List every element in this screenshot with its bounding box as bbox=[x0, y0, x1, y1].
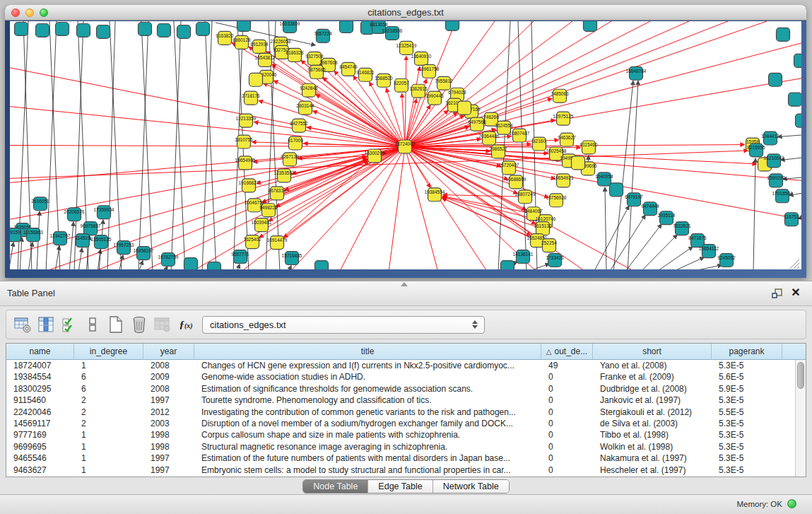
network-node[interactable]: 116753 bbox=[784, 213, 799, 226]
network-node[interactable]: 9242848 bbox=[300, 83, 318, 97]
network-node[interactable] bbox=[610, 183, 623, 197]
window-titlebar[interactable]: citations_edges.txt bbox=[5, 5, 806, 21]
network-node[interactable]: 817006 bbox=[288, 136, 303, 150]
network-node[interactable]: 16914479 bbox=[267, 236, 288, 250]
table-row[interactable]: 1872400712008Changes of HCN gene express… bbox=[6, 360, 806, 371]
network-node[interactable]: 9657771 bbox=[231, 250, 249, 264]
network-node[interactable]: 13640910 bbox=[411, 52, 432, 65]
network-node[interactable]: 16782759 bbox=[158, 253, 179, 267]
network-node[interactable]: 9498222 bbox=[259, 204, 278, 217]
network-node[interactable]: 90975887 bbox=[81, 222, 101, 235]
network-node[interactable] bbox=[158, 23, 171, 37]
column-header-title[interactable]: title bbox=[194, 344, 541, 359]
network-node[interactable]: 16039481 bbox=[252, 218, 272, 232]
column-header-year[interactable]: year bbox=[143, 344, 194, 359]
network-node[interactable]: 8215955 bbox=[747, 144, 765, 157]
network-node[interactable]: 1599297 bbox=[767, 174, 785, 187]
resize-grip-icon[interactable] bbox=[790, 259, 799, 269]
network-node[interactable]: 6479197 bbox=[625, 193, 643, 206]
network-node[interactable]: 12353593 bbox=[274, 169, 295, 182]
network-node[interactable] bbox=[249, 73, 263, 86]
table-row[interactable]: 977716911998Corpus callosum shape and si… bbox=[6, 429, 806, 440]
network-node[interactable]: 16961758 bbox=[419, 64, 440, 78]
select-columns-icon[interactable] bbox=[35, 314, 57, 335]
network-node[interactable]: 9875685 bbox=[307, 65, 326, 78]
network-node[interactable]: 8454749 bbox=[339, 62, 358, 76]
delete-table-icon[interactable] bbox=[129, 314, 150, 335]
network-node[interactable]: 7955812 bbox=[435, 76, 453, 90]
network-node[interactable]: 7485063 bbox=[551, 89, 569, 103]
network-node[interactable]: 9245052 bbox=[717, 254, 736, 267]
network-node[interactable]: 20206576 bbox=[64, 208, 85, 221]
network-node[interactable]: 8267130 bbox=[281, 153, 299, 166]
network-node[interactable]: 7986522 bbox=[489, 145, 507, 158]
network-node[interactable]: 8912934 bbox=[250, 40, 269, 53]
network-node[interactable]: 16033809 bbox=[280, 21, 300, 33]
network-node[interactable]: 8427552 bbox=[290, 119, 308, 132]
network-node[interactable]: 19756928 bbox=[546, 194, 567, 207]
network-node[interactable]: 16958107 bbox=[134, 247, 154, 260]
network-node[interactable]: 7632621 bbox=[673, 222, 691, 235]
network-node[interactable] bbox=[458, 101, 471, 115]
network-node[interactable]: 114519 bbox=[75, 234, 90, 247]
network-node[interactable] bbox=[794, 54, 802, 67]
network-node[interactable]: 2803144 bbox=[296, 101, 314, 115]
tab-edge-table[interactable]: Edge Table bbox=[368, 480, 433, 493]
network-node[interactable]: 2616051 bbox=[31, 197, 49, 211]
network-node[interactable] bbox=[769, 73, 782, 86]
table-settings-icon[interactable] bbox=[12, 314, 33, 335]
network-node[interactable]: 8678314 bbox=[268, 187, 286, 200]
network-node[interactable]: 7857224 bbox=[314, 29, 332, 42]
network-node[interactable]: 17957253 bbox=[114, 241, 134, 255]
network-node[interactable]: 11156863 bbox=[23, 228, 43, 242]
close-panel-icon[interactable]: ✕ bbox=[789, 286, 802, 300]
network-node[interactable]: 14136141 bbox=[513, 250, 534, 264]
network-node[interactable]: 1733426 bbox=[546, 254, 564, 267]
network-node[interactable] bbox=[184, 258, 198, 269]
network-node[interactable]: 8186328 bbox=[286, 48, 304, 62]
network-node[interactable] bbox=[56, 22, 69, 35]
network-node[interactable]: 1244412 bbox=[761, 132, 779, 145]
network-node[interactable]: 82160 bbox=[533, 137, 546, 151]
split-handle[interactable] bbox=[401, 282, 408, 286]
network-node[interactable]: 18807249 bbox=[515, 190, 536, 204]
network-node[interactable]: 2718176 bbox=[242, 91, 260, 105]
network-node[interactable]: 8860128 bbox=[233, 35, 251, 49]
network-node[interactable] bbox=[97, 25, 110, 38]
network-node[interactable] bbox=[315, 261, 329, 269]
network-node[interactable] bbox=[501, 261, 514, 269]
network-node[interactable]: 9115460 bbox=[580, 141, 598, 154]
network-node[interactable]: 2935114 bbox=[658, 211, 676, 225]
table-row[interactable]: 946362711997Embryonic stem cells: a mode… bbox=[6, 465, 806, 476]
network-node[interactable]: 39159 bbox=[10, 228, 21, 242]
table-scrollbar-thumb[interactable] bbox=[797, 362, 804, 389]
network-node[interactable] bbox=[196, 22, 210, 35]
network-node[interactable] bbox=[77, 23, 90, 37]
network-canvas[interactable]: 1872400791638228860128891293423226058932… bbox=[10, 21, 801, 269]
network-node[interactable] bbox=[572, 156, 585, 170]
network-node[interactable]: 19218506 bbox=[382, 26, 403, 40]
network-node[interactable]: 7625402 bbox=[243, 235, 261, 249]
network-node[interactable] bbox=[340, 21, 353, 33]
network-node[interactable]: 15720407 bbox=[499, 161, 519, 175]
column-header-short[interactable]: short bbox=[593, 344, 712, 359]
table-row[interactable]: 2242004622012Investigating the contribut… bbox=[6, 407, 806, 418]
network-node[interactable] bbox=[208, 262, 221, 269]
network-node[interactable] bbox=[237, 21, 251, 31]
network-node[interactable] bbox=[584, 21, 597, 31]
function-builder-icon[interactable]: ƒ(x) bbox=[175, 314, 196, 335]
network-node[interactable]: 9163822 bbox=[216, 31, 234, 45]
network-node[interactable]: 19384554 bbox=[425, 188, 445, 201]
network-node[interactable] bbox=[36, 23, 49, 37]
network-node[interactable] bbox=[796, 114, 802, 127]
network-node[interactable]: 19166827 bbox=[239, 179, 259, 192]
column-header-in_degree[interactable]: in_degree bbox=[74, 344, 143, 359]
network-node[interactable]: 9146821 bbox=[356, 68, 375, 81]
tab-node-table[interactable]: Node Table bbox=[303, 480, 368, 493]
network-node[interactable]: 9474444 bbox=[641, 202, 659, 216]
float-panel-icon[interactable] bbox=[771, 287, 784, 300]
network-node[interactable] bbox=[15, 22, 28, 35]
deselect-all-icon[interactable] bbox=[82, 314, 103, 335]
table-scrollbar[interactable] bbox=[795, 360, 806, 477]
network-node[interactable] bbox=[789, 93, 802, 106]
